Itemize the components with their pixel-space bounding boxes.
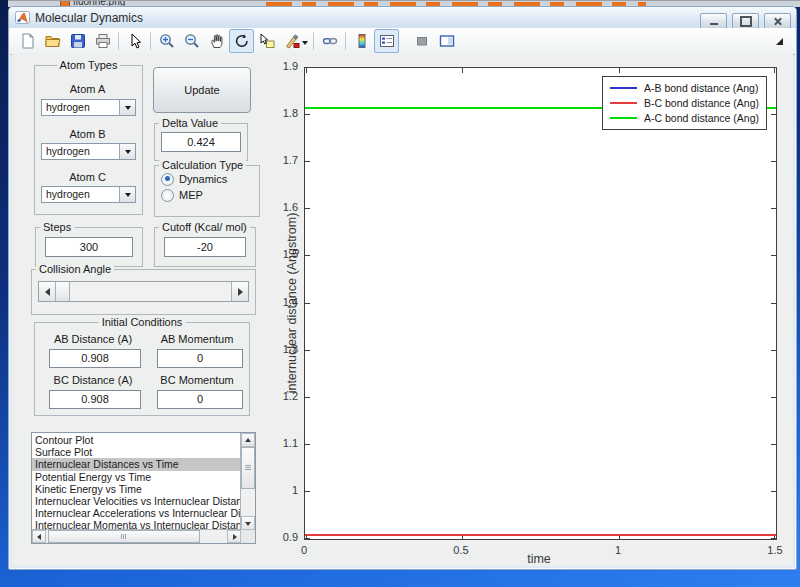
titlebar[interactable]: Molecular Dynamics (9, 7, 796, 28)
arrow-cursor-icon (127, 33, 143, 49)
rotate-3d-icon (234, 33, 250, 49)
thumb-grip (121, 534, 126, 539)
y-tick-mark (305, 397, 310, 398)
legend-entry[interactable]: B-C bond distance (Ang) (610, 96, 759, 109)
chevron-down-icon[interactable] (119, 187, 135, 202)
y-tick-mark (771, 161, 776, 162)
brush-icon (284, 33, 300, 49)
list-item[interactable]: Surface Plot (32, 446, 241, 458)
radio-option-mep[interactable]: MEP (161, 188, 259, 202)
list-item[interactable]: Internuclear Accelerations vs Internucle… (32, 507, 241, 519)
edit-plot-button[interactable] (122, 29, 147, 53)
save-figure-button[interactable] (65, 29, 90, 53)
ab-momentum-field[interactable]: 0 (157, 349, 243, 368)
atom-a-dropdown[interactable]: hydrogen (41, 99, 136, 116)
figure-canvas: Atom Types Atom A hydrogen Atom B hydrog… (12, 54, 793, 566)
list-item[interactable]: Internuclear Distances vs Time (32, 458, 241, 470)
legend-line-sample (610, 87, 637, 89)
list-item[interactable]: Potential Energy vs Time (32, 471, 241, 483)
horizontal-scroll-thumb[interactable] (48, 530, 200, 543)
left-arrow-icon (41, 288, 50, 296)
x-tick-mark (619, 68, 620, 73)
matlab-figure-icon (15, 11, 30, 24)
zoom-in-button[interactable] (154, 29, 179, 53)
ab-distance-label: AB Distance (A) (45, 333, 141, 345)
brush-button[interactable] (279, 29, 304, 53)
y-tick-mark (305, 491, 310, 492)
y-tick-label: 1.3 (252, 343, 298, 355)
chevron-down-icon[interactable] (119, 144, 135, 159)
y-tick-mark (771, 444, 776, 445)
y-tick-mark (305, 350, 310, 351)
plot-xlabel: time (499, 552, 579, 566)
atom-b-dropdown[interactable]: hydrogen (41, 143, 136, 160)
toolbar-separator (150, 32, 151, 50)
print-figure-button[interactable] (90, 29, 115, 53)
close-icon (773, 17, 782, 26)
open-file-button[interactable] (40, 29, 65, 53)
list-item[interactable]: Contour Plot (32, 434, 241, 446)
steps-title: Steps (40, 221, 74, 233)
radio-option-dynamics[interactable]: Dynamics (161, 172, 259, 186)
y-tick-mark (305, 255, 310, 256)
rotate-3d-button[interactable] (229, 29, 254, 53)
x-tick-label: 0.5 (441, 544, 481, 556)
y-tick-label: 1.8 (252, 107, 298, 119)
bc-momentum-field[interactable]: 0 (157, 390, 243, 409)
horizontal-scrollbar[interactable] (32, 529, 241, 543)
minimize-button[interactable] (700, 13, 727, 29)
figure-toolbar (10, 28, 795, 55)
slider-thumb[interactable] (56, 282, 70, 301)
new-document-icon (20, 33, 36, 49)
list-item[interactable]: Internuclear Velocities vs Internuclear … (32, 495, 241, 507)
y-tick-mark (305, 208, 310, 209)
scroll-right-button[interactable] (227, 530, 241, 543)
plot-legend[interactable]: A-B bond distance (Ang)B-C bond distance… (602, 76, 767, 130)
zoom-out-button[interactable] (179, 29, 204, 53)
pan-button[interactable] (204, 29, 229, 53)
insert-legend-button[interactable] (374, 29, 399, 53)
show-plot-tools-button[interactable] (434, 29, 459, 53)
list-item[interactable]: Kinetic Energy vs Time (32, 483, 241, 495)
chevron-down-icon[interactable] (119, 100, 135, 115)
radio-unselected-icon (161, 189, 174, 202)
y-tick-label: 1.7 (252, 154, 298, 166)
toolbar-overflow-button[interactable] (774, 36, 784, 46)
steps-field[interactable]: 300 (45, 237, 133, 257)
steps-group: Steps 300 (35, 227, 143, 267)
legend-entry[interactable]: A-C bond distance (Ang) (610, 111, 759, 124)
collision-angle-title: Collision Angle (36, 263, 114, 275)
cutoff-field[interactable]: -20 (164, 237, 246, 257)
update-button[interactable]: Update (153, 67, 251, 113)
link-plot-button[interactable] (317, 29, 342, 53)
brush-dropdown-icon[interactable] (302, 41, 308, 48)
new-figure-button[interactable] (15, 29, 40, 53)
initial-conditions-title: Initial Conditions (99, 316, 186, 328)
data-cursor-button[interactable] (254, 29, 279, 53)
scroll-left-button[interactable] (32, 530, 46, 543)
vertical-scroll-thumb[interactable] (241, 447, 255, 489)
collision-angle-slider[interactable] (38, 281, 249, 302)
ab-distance-field[interactable]: 0.908 (49, 349, 141, 368)
y-tick-mark (305, 444, 310, 445)
hide-plot-tools-button[interactable] (409, 29, 434, 53)
bc-distance-field[interactable]: 0.908 (49, 390, 141, 409)
atom-a-label: Atom A (34, 83, 141, 95)
atom-c-dropdown[interactable]: hydrogen (41, 186, 136, 203)
save-icon (70, 33, 86, 49)
scroll-down-button[interactable] (241, 516, 255, 530)
y-tick-label: 1.9 (252, 60, 298, 72)
delta-value-field[interactable]: 0.424 (161, 132, 241, 152)
up-arrow-icon (245, 435, 251, 442)
legend-entry[interactable]: A-B bond distance (Ang) (610, 81, 759, 94)
cutoff-group: Cutoff (Kcal/ mol) -20 (154, 227, 256, 267)
ab-momentum-label: AB Momentum (153, 333, 241, 345)
insert-colorbar-button[interactable] (349, 29, 374, 53)
colorbar-icon (354, 33, 370, 49)
slider-right-arrow[interactable] (231, 282, 248, 301)
y-tick-label: 1.1 (252, 437, 298, 449)
slider-left-arrow[interactable] (39, 282, 56, 301)
close-button[interactable] (764, 13, 791, 29)
plot-type-listbox[interactable]: Contour PlotSurface PlotInternuclear Dis… (31, 432, 256, 544)
maximize-button[interactable] (732, 13, 759, 29)
